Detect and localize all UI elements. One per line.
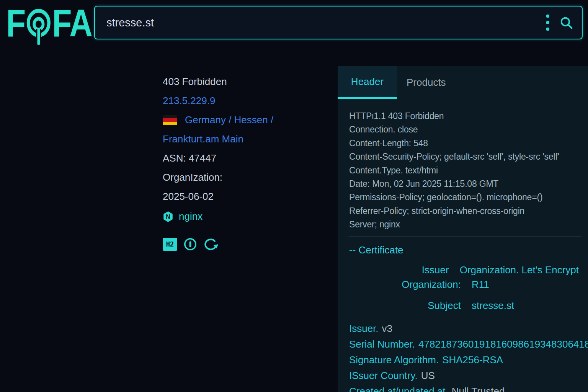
cert-row-label: Subject [349,301,461,310]
host-ip-link[interactable]: 213.5.229.9 [163,96,331,106]
kebab-menu-icon[interactable] [546,15,549,31]
cert-field-value: Null Trusted [452,385,505,392]
http-header-line: Content-Length: 548 [349,137,588,150]
cert-row-value: stresse.st [472,301,514,310]
search-icon[interactable] [559,16,573,30]
cert-summary-row: Subject stresse.st [349,301,579,310]
cert-field-value: v3 [382,323,392,334]
cert-field-label: Issuer. [349,323,379,334]
logo-letters-fa: FA [52,5,92,41]
cert-field: ISsuer Country.US [349,371,588,381]
search-bar [94,6,583,39]
germany-flag-icon [163,115,177,125]
cert-field-label: Signature Algorithm. [349,354,439,366]
section-divider [349,236,581,237]
certificate-section-title: -- Certificate [349,244,403,256]
host-asn: ASN: 47447 [163,153,331,163]
server-product-link[interactable]: N nginx [163,211,331,222]
svg-text:N: N [166,213,170,220]
cert-field: Issuer.v3 [349,323,588,333]
http-header-line: Connection. close [349,123,588,136]
tab-products[interactable]: Products [397,66,456,99]
cert-row-label: Issuer [349,265,449,275]
refresh-icon[interactable] [203,238,219,251]
cert-row-value: Organization. Let's Encrypt [460,265,579,275]
cert-field-value: 4782187360191816098619348306418 [418,338,588,350]
host-org-label: OrganIzation: [163,172,331,183]
nginx-shield-icon: N [163,211,173,222]
cert-field: Signature Algorithm.SHA256-RSA [349,355,588,365]
host-date: 2025-06-02 [163,191,331,202]
cert-field-label: ISsuer Country. [349,370,418,381]
cert-row-value: R11 [472,279,489,289]
host-location-row: Germany / Hessen / [163,115,331,125]
cert-summary-row: Organization: R11 [349,279,579,289]
cert-field-label: Serial Number. [349,338,415,350]
server-product-label: nginx [179,211,203,222]
cert-field: Created at/updated at.Null Trusted [349,386,588,392]
cert-field-label: Created at/updated at. [349,385,448,392]
tab-header[interactable]: Header [338,66,397,99]
detail-tabbar: HeaderProducts [338,66,588,99]
http-header-line: HTTPι1.1 403 Forbidden [349,109,588,123]
http-header-line: Server; nginx [349,218,588,231]
http-header-line: Permissions-Policy; geolocation=(). micr… [349,191,588,204]
host-action-icons: H2 [163,238,331,251]
http-header-line: Date: Mon, 02 Jun 2025 11:15.08 GMT [349,177,588,191]
http-header-line: Referrer-Policy; strict-origin-when-cros… [349,204,588,218]
host-summary-panel: 403 Forbidden 213.5.229.9 Germany / Hess… [163,77,331,251]
http-header-line: Content.Type. text/htmi [349,164,588,177]
cert-field-value: SHA256-RSA [442,354,503,366]
cert-row-label: Organization: [349,279,461,289]
detail-panel: HeaderProducts HTTPι1.1 403 ForbiddenCon… [338,66,588,392]
info-circle-icon[interactable] [184,238,197,251]
certificate-fields: Issuer.v3 Serial Number.4782187360191816… [349,323,588,392]
cert-field-value: US [421,370,435,381]
logo-letter-f: F [6,5,25,41]
http-header-block: HTTPι1.1 403 ForbiddenConnection. closeC… [349,109,588,232]
host-city-link[interactable]: Frankturt.am Main [163,134,331,144]
certificate-summary-table: Issuer Organization. Let's Encrypt Organ… [349,265,579,315]
http-header-line: Content-Security-Policy; gefault-src 'se… [349,150,588,163]
fofa-o-pin-icon [24,7,53,45]
cert-field: Serial Number.47821873601918160986193483… [349,339,588,349]
fofa-logo[interactable]: F FA [6,5,92,45]
search-input[interactable] [95,7,545,39]
host-location-links[interactable]: Germany / Hessen / [185,114,273,126]
cert-summary-row: Issuer Organization. Let's Encrypt [349,265,579,275]
h2-badge-icon[interactable]: H2 [163,238,177,251]
host-title: 403 Forbidden [163,77,331,87]
